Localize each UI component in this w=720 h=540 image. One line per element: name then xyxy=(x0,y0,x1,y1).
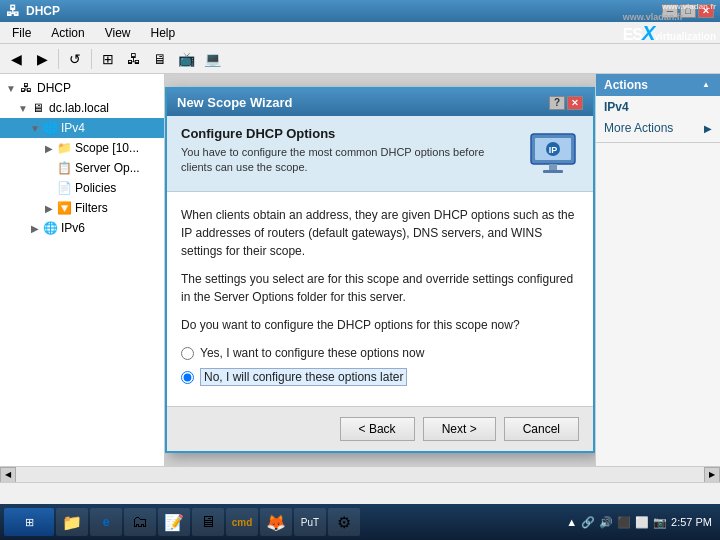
svg-rect-3 xyxy=(543,170,563,173)
tree-filters[interactable]: ▶ 🔽 Filters xyxy=(0,198,164,218)
radio-no-input[interactable] xyxy=(181,371,194,384)
toolbar: ◀ ▶ ↺ ⊞ 🖧 🖥 📺 💻 xyxy=(0,44,720,74)
tree-ipv4[interactable]: ▼ 🌐 IPv4 xyxy=(0,118,164,138)
server-icon: 🖥 xyxy=(30,100,46,116)
new-scope-wizard-dialog: New Scope Wizard ? ✕ Configure DHCP Opti… xyxy=(165,87,595,453)
tree-filters-label: Filters xyxy=(75,201,108,215)
toolbar-refresh-btn[interactable]: ↺ xyxy=(63,47,87,71)
tree-scope[interactable]: ▶ 📁 Scope [10... xyxy=(0,138,164,158)
tray-shield-red: ⬛ xyxy=(617,516,631,529)
dhcp-icon: 🖧 xyxy=(18,80,34,96)
dialog-header-title: Configure DHCP Options xyxy=(181,126,517,141)
dialog-header: Configure DHCP Options You have to confi… xyxy=(167,116,593,192)
taskbar-firefox[interactable]: 🦊 xyxy=(260,508,292,536)
taskbar: ⊞ 📁 e 🗂 📝 🖥 cmd 🦊 PuT ⚙ ▲ 🔗 🔊 ⬛ ⬜ 📷 2:57… xyxy=(0,504,720,540)
toolbar-forward-btn[interactable]: ▶ xyxy=(30,47,54,71)
tree-serveropts[interactable]: 📋 Server Op... xyxy=(0,158,164,178)
taskbar-explorer[interactable]: 📁 xyxy=(56,508,88,536)
taskbar-note[interactable]: 📝 xyxy=(158,508,190,536)
taskbar-tray: ▲ 🔗 🔊 ⬛ ⬜ 📷 2:57 PM xyxy=(562,516,716,529)
menu-file[interactable]: File xyxy=(4,24,39,42)
tree-ipv6[interactable]: ▶ 🌐 IPv6 xyxy=(0,218,164,238)
toolbar-scope-btn[interactable]: 🖧 xyxy=(122,47,146,71)
more-actions-arrow: ▶ xyxy=(704,123,712,134)
tree-policies-label: Policies xyxy=(75,181,116,195)
tray-camera: 📷 xyxy=(653,516,667,529)
expand-ipv6: ▶ xyxy=(28,223,42,234)
right-panel-divider xyxy=(596,142,720,143)
radio-yes-label[interactable]: Yes, I want to configure these options n… xyxy=(200,344,424,362)
cancel-button[interactable]: Cancel xyxy=(504,417,579,441)
dialog-close-btn[interactable]: ✕ xyxy=(567,96,583,110)
taskbar-ie[interactable]: e xyxy=(90,508,122,536)
expand-dc: ▼ xyxy=(16,103,30,114)
toolbar-sep2 xyxy=(91,49,92,69)
radio-yes-input[interactable] xyxy=(181,347,194,360)
expand-ipv4: ▼ xyxy=(28,123,42,134)
next-button[interactable]: Next > xyxy=(423,417,496,441)
dialog-title-bar: New Scope Wizard ? ✕ xyxy=(167,89,593,116)
expand-filters: ▶ xyxy=(42,203,56,214)
ipv4-icon: 🌐 xyxy=(42,120,58,136)
right-panel-title: Actions ▲ xyxy=(596,74,720,96)
radio-no-label[interactable]: No, I will configure these options later xyxy=(200,368,407,386)
menu-help[interactable]: Help xyxy=(143,24,184,42)
h-scrollbar: ◀ ▶ xyxy=(0,466,720,482)
menu-action[interactable]: Action xyxy=(43,24,92,42)
dialog-header-text: Configure DHCP Options You have to confi… xyxy=(181,126,517,176)
taskbar-settings[interactable]: ⚙ xyxy=(328,508,360,536)
taskbar-monitor[interactable]: 🖥 xyxy=(192,508,224,536)
taskbar-folder2[interactable]: 🗂 xyxy=(124,508,156,536)
tree-scope-label: Scope [10... xyxy=(75,141,139,155)
tree-dc[interactable]: ▼ 🖥 dc.lab.local xyxy=(0,98,164,118)
svg-text:IP: IP xyxy=(549,145,558,155)
toolbar-monitor-btn[interactable]: 📺 xyxy=(174,47,198,71)
dhcp-wizard-icon: IP xyxy=(527,126,579,181)
question-text: Do you want to configure the DHCP option… xyxy=(181,316,579,334)
esx-brand: www.vladan.fr ESXvirtualization xyxy=(623,12,716,45)
main-content: ▼ 🖧 DHCP ▼ 🖥 dc.lab.local ▼ 🌐 IPv4 ▶ 📁 S… xyxy=(0,74,720,466)
taskbar-cmd[interactable]: cmd xyxy=(226,508,258,536)
right-panel: Actions ▲ IPv4 More Actions ▶ xyxy=(595,74,720,466)
tree-ipv6-label: IPv6 xyxy=(61,221,85,235)
dialog-footer: < Back Next > Cancel xyxy=(167,406,593,451)
tree-serveropts-label: Server Op... xyxy=(75,161,140,175)
toolbar-sep1 xyxy=(58,49,59,69)
body-para2: The settings you select are for this sco… xyxy=(181,270,579,306)
toolbar-back-btn[interactable]: ◀ xyxy=(4,47,28,71)
dialog-overlay: New Scope Wizard ? ✕ Configure DHCP Opti… xyxy=(165,74,595,466)
scroll-right-btn[interactable]: ▶ xyxy=(704,467,720,483)
dialog-help-btn[interactable]: ? xyxy=(549,96,565,110)
expand-scope: ▶ xyxy=(42,143,56,154)
menu-bar: File Action View Help xyxy=(0,22,720,44)
menu-view[interactable]: View xyxy=(97,24,139,42)
scroll-up-arrow[interactable]: ▲ xyxy=(700,78,712,90)
toolbar-server-btn[interactable]: 🖥 xyxy=(148,47,172,71)
scroll-track[interactable] xyxy=(16,467,704,483)
tree-ipv4-label: IPv4 xyxy=(61,121,85,135)
tree-root[interactable]: ▼ 🖧 DHCP xyxy=(0,78,164,98)
tree-dc-label: dc.lab.local xyxy=(49,101,109,115)
toolbar-filter-btn[interactable]: ⊞ xyxy=(96,47,120,71)
toolbar-computer-btn[interactable]: 💻 xyxy=(200,47,224,71)
status-bar xyxy=(0,482,720,504)
back-button[interactable]: < Back xyxy=(340,417,415,441)
more-actions-label: More Actions xyxy=(604,121,673,135)
more-actions-item[interactable]: More Actions ▶ xyxy=(596,118,720,138)
svg-rect-2 xyxy=(549,164,557,170)
taskbar-putty[interactable]: PuT xyxy=(294,508,326,536)
tray-clock: 2:57 PM xyxy=(671,516,712,528)
tree-policies[interactable]: 📄 Policies xyxy=(0,178,164,198)
tray-icon1: ▲ xyxy=(566,516,577,528)
ipv6-icon: 🌐 xyxy=(42,220,58,236)
tray-volume: 🔊 xyxy=(599,516,613,529)
tray-network: 🔗 xyxy=(581,516,595,529)
tray-vm: ⬜ xyxy=(635,516,649,529)
policies-icon: 📄 xyxy=(56,180,72,196)
start-button[interactable]: ⊞ xyxy=(4,508,54,536)
scroll-left-btn[interactable]: ◀ xyxy=(0,467,16,483)
dialog-body: Configure DHCP Options You have to confi… xyxy=(167,116,593,451)
title-bar: 🖧 DHCP www.vladan.fr www.vladan.fr ESXvi… xyxy=(0,0,720,22)
radio-no-option: No, I will configure these options later xyxy=(181,368,579,386)
filters-icon: 🔽 xyxy=(56,200,72,216)
